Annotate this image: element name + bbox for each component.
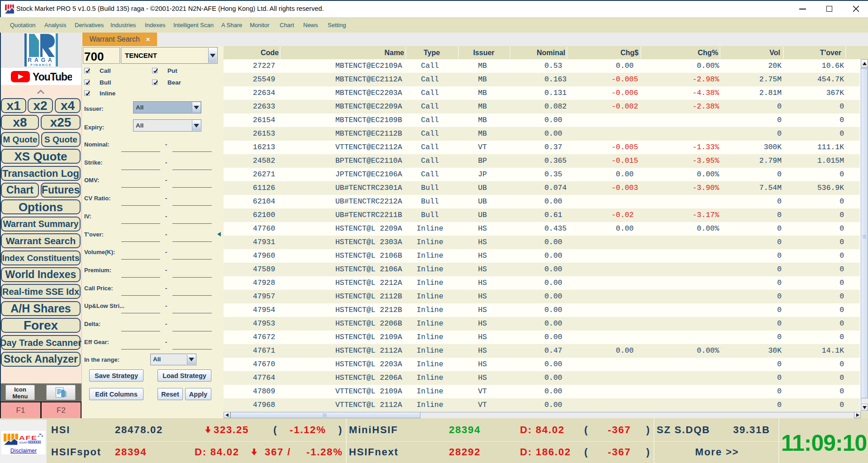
svg-text:FINANCE: FINANCE	[30, 63, 52, 66]
svg-text:YouTube: YouTube	[33, 71, 72, 83]
svg-text:AFE: AFE	[19, 435, 38, 441]
svg-text:RAGA: RAGA	[28, 57, 54, 63]
svg-text:SMP: SMP	[19, 441, 28, 444]
